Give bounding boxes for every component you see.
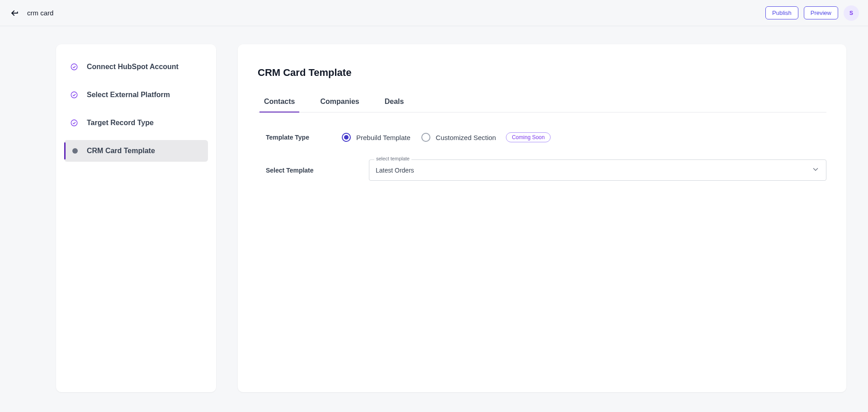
sidebar-item-external-platform[interactable]: Select External Platform: [64, 84, 208, 106]
app-header: crm card Publish Preview S: [0, 0, 868, 26]
sidebar-item-label: Target Record Type: [87, 119, 154, 127]
select-template-dropdown[interactable]: Latest Orders: [369, 159, 826, 181]
header-left: crm card: [9, 8, 53, 19]
radio-unchecked-icon: [421, 133, 430, 142]
template-type-row: Template Type Prebuild Template Customiz…: [258, 132, 826, 142]
svg-point-0: [71, 64, 77, 70]
header-right: Publish Preview S: [765, 5, 859, 21]
template-type-radio-group: Prebuild Template Customized Section Com…: [342, 132, 551, 142]
svg-point-2: [71, 120, 77, 126]
publish-button[interactable]: Publish: [765, 6, 798, 19]
panel-title: CRM Card Template: [258, 67, 826, 79]
sidebar-item-crm-card-template[interactable]: CRM Card Template: [64, 140, 208, 162]
sidebar-item-label: CRM Card Template: [87, 147, 155, 155]
chevron-down-icon: [811, 165, 820, 175]
select-floating-label: select template: [374, 156, 411, 161]
radio-label: Prebuild Template: [356, 134, 410, 141]
radio-checked-icon: [342, 133, 351, 142]
sidebar-item-label: Select External Platform: [87, 91, 170, 99]
content-layout: Connect HubSpot Account Select External …: [0, 26, 868, 392]
sidebar-item-connect-hubspot[interactable]: Connect HubSpot Account: [64, 56, 208, 78]
page-title: crm card: [27, 9, 53, 17]
avatar[interactable]: S: [844, 5, 859, 21]
tab-companies[interactable]: Companies: [318, 98, 361, 112]
select-template-label: Select Template: [266, 167, 329, 174]
select-value: Latest Orders: [376, 167, 414, 174]
check-circle-icon: [70, 118, 79, 127]
sidebar-item-target-record-type[interactable]: Target Record Type: [64, 112, 208, 134]
tab-deals[interactable]: Deals: [383, 98, 406, 112]
radio-label: Customized Section: [436, 134, 496, 141]
sidebar-steps: Connect HubSpot Account Select External …: [56, 44, 216, 392]
preview-button[interactable]: Preview: [804, 6, 838, 19]
back-icon[interactable]: [9, 8, 20, 19]
coming-soon-badge: Coming Soon: [506, 132, 551, 142]
check-circle-icon: [70, 90, 79, 99]
tabs: Contacts Companies Deals: [258, 98, 826, 112]
select-template-row: Select Template select template Latest O…: [258, 159, 826, 181]
radio-customized-section[interactable]: Customized Section Coming Soon: [421, 132, 551, 142]
svg-point-1: [71, 92, 77, 98]
sidebar-item-label: Connect HubSpot Account: [87, 63, 179, 71]
main-panel: CRM Card Template Contacts Companies Dea…: [238, 44, 846, 392]
radio-prebuild-template[interactable]: Prebuild Template: [342, 133, 410, 142]
check-circle-icon: [70, 62, 79, 71]
tab-contacts[interactable]: Contacts: [262, 98, 297, 112]
select-template-wrapper: select template Latest Orders: [369, 159, 826, 181]
template-type-label: Template Type: [266, 134, 329, 141]
current-step-dot-icon: [70, 146, 79, 155]
